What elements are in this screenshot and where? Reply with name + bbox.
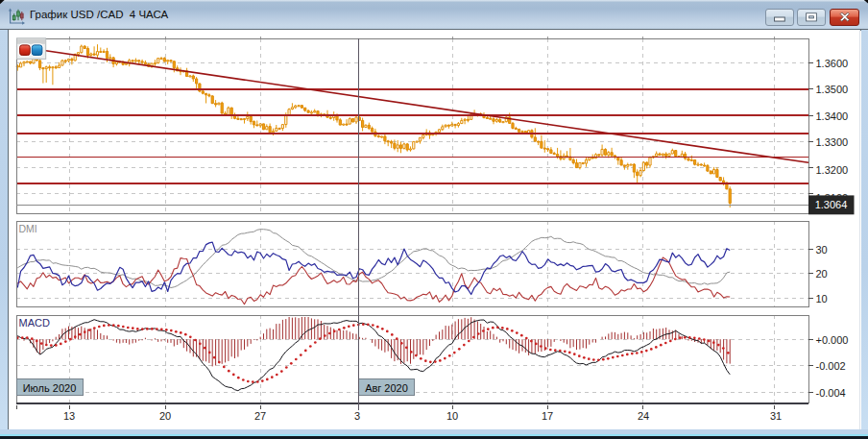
svg-text:Июль 2020: Июль 2020	[23, 382, 77, 394]
svg-text:10: 10	[446, 410, 458, 422]
svg-text:Авг 2020: Авг 2020	[365, 382, 408, 394]
svg-text:24: 24	[638, 410, 649, 422]
svg-text:+0.000: +0.000	[816, 334, 849, 346]
svg-text:1.3200: 1.3200	[816, 164, 849, 176]
svg-text:20: 20	[159, 410, 171, 422]
svg-text:-0.002: -0.002	[816, 360, 846, 372]
svg-text:MACD: MACD	[19, 317, 50, 329]
svg-text:1.3500: 1.3500	[816, 84, 849, 95]
svg-text:1.3300: 1.3300	[816, 136, 849, 148]
svg-text:20: 20	[816, 268, 828, 280]
svg-text:1.3064: 1.3064	[815, 199, 848, 210]
svg-text:31: 31	[770, 410, 782, 422]
svg-text:10: 10	[816, 293, 828, 305]
svg-text:30: 30	[816, 244, 828, 256]
svg-text:13: 13	[63, 410, 75, 422]
svg-text:1.3600: 1.3600	[816, 58, 849, 69]
svg-text:-0.004: -0.004	[816, 387, 846, 399]
svg-text:DMI: DMI	[19, 223, 37, 234]
svg-text:3: 3	[354, 410, 360, 422]
svg-text:17: 17	[542, 410, 553, 422]
svg-text:1.3400: 1.3400	[816, 110, 849, 122]
svg-text:27: 27	[254, 410, 266, 422]
